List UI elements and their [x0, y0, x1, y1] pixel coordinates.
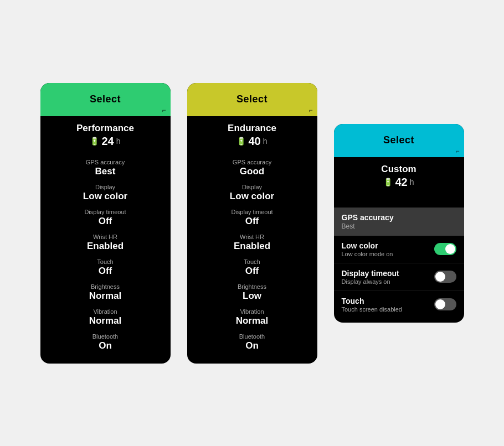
display-timeout-title: Display timeout [342, 269, 399, 278]
performance-vibration-value: Normal [49, 315, 162, 326]
performance-battery-time: 24 [101, 135, 114, 148]
display-timeout-desc: Display always on [342, 278, 399, 285]
performance-display-value: Low color [49, 191, 162, 202]
endurance-wristhr-item: Wrist HR Enabled [187, 230, 317, 255]
corner-arrow-icon-2: ⌐ [308, 106, 312, 114]
performance-card[interactable]: Select ⌐ Performance 🔋 24 h GPS accuracy… [40, 83, 171, 364]
performance-gps-value: Best [49, 166, 162, 177]
battery-icon: 🔋 [90, 137, 99, 146]
endurance-display-value: Low color [196, 191, 308, 202]
endurance-gps-label: GPS accuracy [196, 159, 308, 165]
performance-gps-item: GPS accuracy Best [40, 155, 171, 180]
display-timeout-toggle-item[interactable]: Display timeout Display always on [334, 263, 464, 291]
custom-battery-time: 42 [395, 176, 407, 189]
low-color-text: Low color Low color mode on [342, 241, 393, 257]
endurance-body: Endurance 🔋 40 h GPS accuracy Good Displ… [187, 116, 317, 364]
endurance-battery-time: 40 [248, 135, 260, 148]
endurance-battery-unit: h [263, 137, 268, 146]
performance-wristhr-label: Wrist HR [49, 234, 162, 240]
custom-header[interactable]: Select ⌐ [334, 124, 464, 157]
custom-header-title: Select [383, 134, 414, 146]
performance-brightness-label: Brightness [49, 283, 162, 290]
battery-icon-2: 🔋 [236, 137, 246, 146]
toggle-section: Low color Low color mode on Display time… [334, 236, 464, 323]
endurance-gps-item: GPS accuracy Good [187, 155, 317, 180]
endurance-card[interactable]: Select ⌐ Endurance 🔋 40 h GPS accuracy G… [187, 83, 317, 364]
performance-display-item: Display Low color [40, 180, 171, 205]
endurance-device-name: Endurance [187, 123, 317, 134]
low-color-toggle[interactable] [434, 243, 456, 255]
endurance-touch-value: Off [196, 266, 308, 277]
endurance-header-title: Select [236, 94, 268, 105]
low-color-title: Low color [342, 241, 393, 250]
custom-body-top: Custom 🔋 42 h [334, 157, 464, 202]
endurance-header[interactable]: Select ⌐ [187, 83, 317, 116]
performance-body: Performance 🔋 24 h GPS accuracy Best Dis… [40, 116, 171, 364]
performance-timeout-value: Off [49, 216, 162, 227]
endurance-wristhr-label: Wrist HR [196, 234, 308, 240]
custom-battery-row: 🔋 42 h [334, 176, 464, 189]
endurance-bluetooth-item: Bluetooth On [187, 330, 317, 355]
endurance-vibration-item: Vibration Normal [187, 305, 317, 330]
performance-bluetooth-value: On [49, 340, 162, 351]
display-timeout-knob [435, 272, 445, 282]
custom-gps-value: Best [342, 222, 456, 230]
endurance-gps-value: Good [196, 166, 308, 177]
performance-bluetooth-label: Bluetooth [49, 333, 162, 340]
performance-timeout-label: Display timeout [49, 209, 162, 215]
performance-touch-label: Touch [49, 258, 162, 265]
battery-icon-3: 🔋 [383, 178, 393, 186]
endurance-vibration-label: Vibration [196, 308, 308, 315]
endurance-wristhr-value: Enabled [196, 241, 308, 252]
performance-timeout-item: Display timeout Off [40, 205, 171, 230]
touch-text: Touch Touch screen disabled [342, 297, 402, 313]
low-color-toggle-item[interactable]: Low color Low color mode on [334, 236, 464, 263]
performance-brightness-item: Brightness Normal [40, 280, 171, 305]
performance-bluetooth-item: Bluetooth On [40, 330, 171, 355]
touch-toggle-item[interactable]: Touch Touch screen disabled [334, 291, 464, 318]
performance-touch-value: Off [49, 266, 162, 277]
performance-vibration-item: Vibration Normal [40, 305, 171, 330]
custom-gps-section: GPS accuracy Best [334, 208, 464, 236]
performance-device-name: Performance [40, 123, 171, 134]
endurance-bluetooth-label: Bluetooth [196, 333, 308, 340]
touch-desc: Touch screen disabled [342, 306, 402, 313]
corner-arrow-icon-3: ⌐ [455, 147, 459, 155]
corner-arrow-icon: ⌐ [162, 106, 166, 114]
endurance-timeout-label: Display timeout [196, 209, 308, 215]
custom-device-name: Custom [334, 164, 464, 175]
performance-battery-unit: h [116, 137, 121, 146]
performance-gps-label: GPS accuracy [49, 159, 162, 165]
display-timeout-text: Display timeout Display always on [342, 269, 399, 285]
performance-touch-item: Touch Off [40, 255, 171, 280]
custom-card[interactable]: Select ⌐ Custom 🔋 42 h GPS accuracy Best… [334, 124, 464, 323]
endurance-brightness-value: Low [196, 291, 308, 302]
touch-toggle[interactable] [434, 298, 456, 310]
performance-wristhr-item: Wrist HR Enabled [40, 230, 171, 255]
endurance-touch-label: Touch [196, 258, 308, 265]
endurance-display-label: Display [196, 184, 308, 190]
custom-battery-unit: h [410, 178, 414, 186]
endurance-display-item: Display Low color [187, 180, 317, 205]
endurance-timeout-value: Off [196, 216, 308, 227]
custom-gps-label: GPS accuracy [342, 213, 456, 222]
touch-knob [435, 299, 445, 309]
endurance-battery-row: 🔋 40 h [187, 135, 317, 148]
endurance-bluetooth-value: On [196, 340, 308, 351]
performance-display-label: Display [49, 184, 162, 190]
performance-header[interactable]: Select ⌐ [40, 83, 171, 116]
endurance-timeout-item: Display timeout Off [187, 205, 317, 230]
endurance-brightness-item: Brightness Low [187, 280, 317, 305]
low-color-knob [445, 244, 455, 254]
endurance-touch-item: Touch Off [187, 255, 317, 280]
performance-brightness-value: Normal [49, 291, 162, 302]
performance-header-title: Select [90, 94, 121, 105]
display-timeout-toggle[interactable] [434, 271, 456, 283]
performance-wristhr-value: Enabled [49, 241, 162, 252]
endurance-vibration-value: Normal [196, 315, 308, 326]
endurance-brightness-label: Brightness [196, 283, 308, 290]
touch-title: Touch [342, 297, 402, 305]
performance-vibration-label: Vibration [49, 308, 162, 315]
low-color-desc: Low color mode on [342, 251, 393, 257]
performance-battery-row: 🔋 24 h [40, 135, 171, 148]
